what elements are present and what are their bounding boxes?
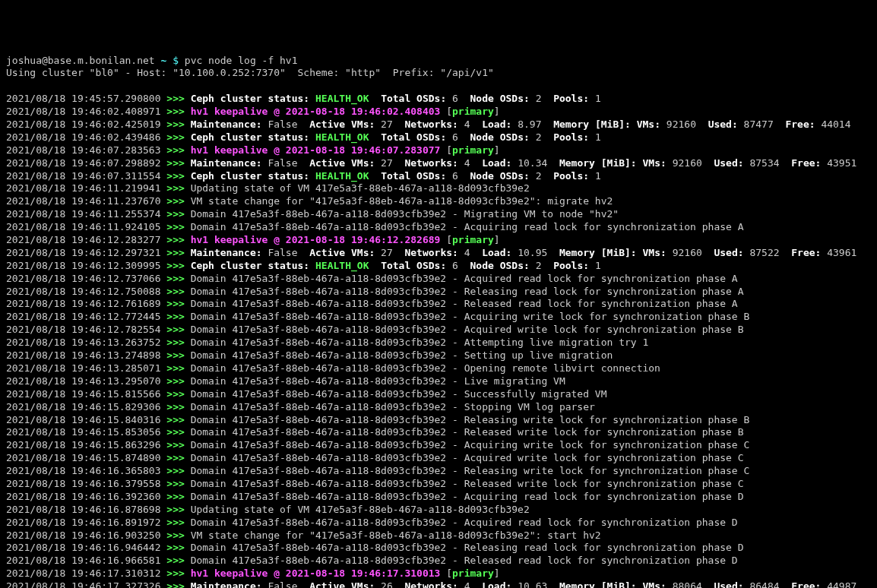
log-line: 2021/08/18 19:46:15.853056 >>> Domain 41… [6, 426, 871, 439]
log-line: 2021/08/18 19:46:17.327326 >>> Maintenan… [6, 580, 871, 588]
log-line: 2021/08/18 19:46:13.274898 >>> Domain 41… [6, 349, 871, 362]
log-line: 2021/08/18 19:46:11.237670 >>> VM state … [6, 195, 871, 208]
terminal[interactable]: joshua@base.m.bonilan.net ~ $ pvc node l… [6, 55, 871, 588]
log-line: 2021/08/18 19:46:07.283563 >>> hv1 keepa… [6, 144, 871, 157]
log-line: 2021/08/18 19:46:15.840316 >>> Domain 41… [6, 414, 871, 427]
log-line: 2021/08/18 19:46:15.863296 >>> Domain 41… [6, 439, 871, 452]
log-line: 2021/08/18 19:46:12.761689 >>> Domain 41… [6, 298, 871, 311]
log-line: 2021/08/18 19:46:13.285071 >>> Domain 41… [6, 362, 871, 375]
log-line: 2021/08/18 19:46:16.379558 >>> Domain 41… [6, 478, 871, 491]
log-line: 2021/08/18 19:46:16.891972 >>> Domain 41… [6, 517, 871, 530]
log-line: 2021/08/18 19:46:17.310312 >>> hv1 keepa… [6, 567, 871, 580]
blank-line [6, 80, 871, 93]
log-line: 2021/08/18 19:46:16.392360 >>> Domain 41… [6, 491, 871, 504]
log-line: 2021/08/18 19:46:15.815566 >>> Domain 41… [6, 388, 871, 401]
log-line: 2021/08/18 19:46:16.903250 >>> VM state … [6, 530, 871, 542]
log-line: 2021/08/18 19:46:11.924105 >>> Domain 41… [6, 221, 871, 234]
log-line: 2021/08/18 19:46:16.946442 >>> Domain 41… [6, 542, 871, 555]
log-line: 2021/08/18 19:46:16.966581 >>> Domain 41… [6, 555, 871, 567]
log-line: 2021/08/18 19:46:13.263752 >>> Domain 41… [6, 337, 871, 349]
log-line: 2021/08/18 19:46:02.425019 >>> Maintenan… [6, 119, 871, 131]
log-line: 2021/08/18 19:46:11.219941 >>> Updating … [6, 182, 871, 195]
log-line: 2021/08/18 19:46:15.874890 >>> Domain 41… [6, 452, 871, 465]
log-line: 2021/08/18 19:46:07.311554 >>> Ceph clus… [6, 170, 871, 183]
log-line: 2021/08/18 19:46:13.295070 >>> Domain 41… [6, 375, 871, 388]
log-line: 2021/08/18 19:46:02.439486 >>> Ceph clus… [6, 131, 871, 144]
log-line: 2021/08/18 19:46:12.737066 >>> Domain 41… [6, 273, 871, 286]
log-line: 2021/08/18 19:46:02.408971 >>> hv1 keepa… [6, 106, 871, 119]
log-line: 2021/08/18 19:46:07.298892 >>> Maintenan… [6, 157, 871, 170]
log-line: 2021/08/18 19:46:12.297321 >>> Maintenan… [6, 247, 871, 260]
log-line: 2021/08/18 19:46:16.365803 >>> Domain 41… [6, 465, 871, 478]
prompt-line[interactable]: joshua@base.m.bonilan.net ~ $ pvc node l… [6, 55, 871, 68]
log-line: 2021/08/18 19:46:12.309995 >>> Ceph clus… [6, 260, 871, 273]
log-line: 2021/08/18 19:46:16.878698 >>> Updating … [6, 504, 871, 517]
log-line: 2021/08/18 19:46:11.255374 >>> Domain 41… [6, 208, 871, 221]
banner-line: Using cluster "bl0" - Host: "10.100.0.25… [6, 67, 871, 80]
log-line: 2021/08/18 19:46:12.283277 >>> hv1 keepa… [6, 234, 871, 247]
log-line: 2021/08/18 19:46:15.829306 >>> Domain 41… [6, 401, 871, 414]
log-line: 2021/08/18 19:46:12.750088 >>> Domain 41… [6, 286, 871, 299]
log-line: 2021/08/18 19:46:12.772445 >>> Domain 41… [6, 311, 871, 324]
log-line: 2021/08/18 19:46:12.782554 >>> Domain 41… [6, 324, 871, 337]
log-line: 2021/08/18 19:45:57.290800 >>> Ceph clus… [6, 93, 871, 106]
